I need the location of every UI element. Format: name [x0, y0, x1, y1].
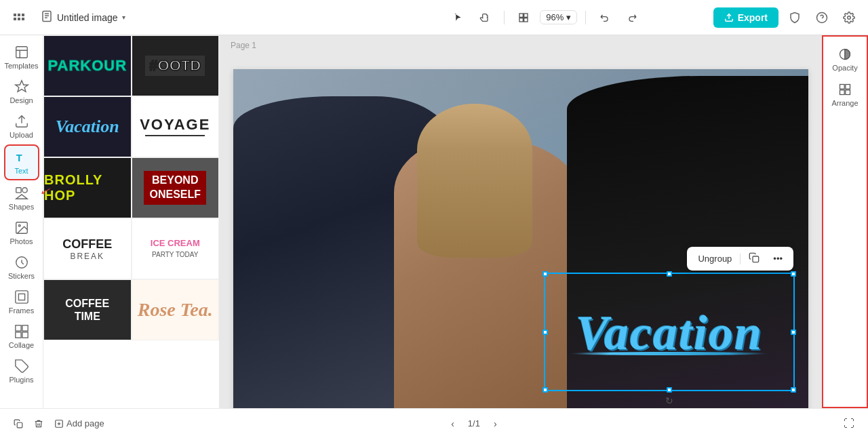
svg-rect-12: [16, 188, 20, 193]
right-panel: Opacity Arrange: [822, 35, 868, 408]
page-label: Page 1: [231, 41, 256, 50]
sidebar-icons: Templates Design Upload T Text Shapes Ph…: [0, 35, 43, 408]
prev-page-btn[interactable]: ‹: [446, 416, 460, 432]
add-page-btn[interactable]: Add page: [52, 416, 107, 431]
svg-point-8: [848, 16, 851, 19]
text-styles-grid: PARKOUR #OOTD Vacation VOYAGE BROLLY HOP…: [43, 35, 219, 340]
topbar: Untitled image ▾ 96% ▾ Export: [0, 0, 868, 35]
sidebar-item-frames[interactable]: Frames: [4, 285, 39, 319]
sidebar-item-collage[interactable]: Collage: [4, 320, 39, 353]
canvas-page[interactable]: Ungroup •••: [233, 69, 808, 408]
vacation-text-content: Vacation: [545, 308, 793, 355]
toolbar-divider: [504, 11, 505, 24]
svg-rect-27: [846, 85, 850, 89]
text-style-parkour[interactable]: PARKOUR: [43, 35, 132, 96]
bottom-left: Add page: [11, 416, 107, 431]
ungroup-button[interactable]: Ungroup: [692, 251, 737, 266]
hand-tool-btn[interactable]: [474, 7, 496, 28]
page-copy-btn[interactable]: [11, 416, 26, 431]
text-style-icecream[interactable]: ICE CREAMPARTY TODAY: [132, 218, 220, 279]
sidebar-item-shapes[interactable]: Shapes: [4, 182, 39, 215]
settings-icon-btn[interactable]: [838, 7, 860, 28]
svg-rect-18: [15, 291, 27, 303]
handle-top-mid[interactable]: [667, 271, 672, 277]
export-button[interactable]: Export: [713, 7, 778, 28]
zoom-dropdown-icon: ▾: [566, 12, 571, 22]
svg-rect-2: [524, 14, 528, 17]
sidebar-item-photos[interactable]: Photos: [4, 216, 39, 250]
vacation-text[interactable]: Vacation: [576, 308, 763, 357]
next-page-btn[interactable]: ›: [488, 416, 502, 432]
sidebar-item-plugins[interactable]: Plugins: [4, 355, 39, 388]
layout-btn[interactable]: [513, 7, 534, 28]
context-copy-btn[interactable]: [743, 250, 765, 268]
title-dropdown-icon[interactable]: ▾: [122, 14, 125, 21]
handle-top-left[interactable]: [542, 271, 548, 277]
sidebar-item-text[interactable]: T Text: [4, 144, 39, 180]
text-style-rosatea[interactable]: Rose Tea.: [132, 279, 220, 340]
shield-icon-btn[interactable]: [784, 7, 806, 28]
undo-btn[interactable]: [594, 7, 616, 28]
svg-rect-23: [22, 332, 27, 338]
svg-rect-19: [18, 294, 24, 300]
figure-child: [417, 104, 532, 258]
rotate-handle[interactable]: ↻: [664, 395, 675, 406]
canvas-header: Page 1: [220, 35, 822, 56]
text-style-brollyhop[interactable]: BROLLY HOP: [43, 157, 132, 218]
handle-bot-left[interactable]: [542, 387, 548, 393]
text-style-coffeetime[interactable]: COFFEETIME: [43, 279, 132, 340]
main-area: ← Templates Design Upload T Text Shapes …: [0, 35, 868, 408]
select-tool-btn[interactable]: [447, 7, 469, 28]
sidebar-item-upload[interactable]: Upload: [4, 110, 39, 143]
handle-bot-right[interactable]: [791, 387, 796, 393]
redo-btn[interactable]: [621, 7, 643, 28]
svg-rect-30: [17, 422, 22, 428]
bottom-right: ⛶: [841, 415, 857, 433]
page-indicator: 1/1: [468, 418, 480, 429]
context-divider: [740, 254, 741, 264]
sidebar-item-templates[interactable]: Templates: [4, 41, 39, 74]
canvas-area: Page 1 Ungrou: [220, 35, 822, 408]
text-style-voyage[interactable]: VOYAGE: [132, 96, 220, 157]
canvas-viewport[interactable]: Ungroup •••: [220, 56, 822, 408]
svg-rect-4: [524, 18, 528, 21]
sidebar-item-design[interactable]: Design: [4, 75, 39, 108]
toolbar-center: 96% ▾: [377, 7, 713, 28]
svg-rect-9: [16, 47, 27, 58]
zoom-value: 96%: [546, 12, 564, 22]
svg-text:T: T: [16, 153, 22, 163]
text-style-coffee[interactable]: COFFEE BREAK: [43, 218, 132, 279]
svg-rect-28: [840, 90, 845, 95]
handle-top-right[interactable]: [791, 271, 796, 277]
text-panel: PARKOUR #OOTD Vacation VOYAGE BROLLY HOP…: [43, 35, 220, 408]
text-style-beyond[interactable]: BEYONDONESELF: [132, 157, 220, 218]
document-title[interactable]: Untitled image: [57, 12, 118, 23]
help-icon-btn[interactable]: [811, 7, 833, 28]
toolbar-divider-2: [585, 11, 586, 24]
context-more-btn[interactable]: •••: [768, 251, 788, 266]
bottom-center: ‹ 1/1 ›: [107, 416, 841, 432]
sidebar-item-stickers[interactable]: Stickers: [4, 251, 39, 284]
svg-rect-3: [519, 18, 523, 21]
right-panel-opacity[interactable]: Opacity: [826, 42, 864, 77]
svg-marker-14: [16, 195, 27, 199]
svg-rect-29: [846, 90, 850, 95]
svg-rect-24: [753, 256, 759, 262]
vacation-underline: [570, 352, 769, 355]
selected-text-element[interactable]: Ungroup •••: [544, 273, 795, 391]
bottom-bar: Add page ‹ 1/1 › ⛶: [0, 408, 868, 438]
expand-btn[interactable]: ⛶: [841, 415, 857, 433]
context-menu: Ungroup •••: [687, 247, 793, 271]
text-style-ootd[interactable]: #OOTD: [132, 35, 220, 96]
svg-rect-1: [519, 14, 523, 17]
handle-bot-mid[interactable]: [667, 387, 672, 393]
text-style-vacation[interactable]: Vacation: [43, 96, 132, 157]
svg-point-13: [22, 188, 26, 193]
right-panel-arrange[interactable]: Arrange: [826, 77, 864, 113]
svg-rect-20: [15, 325, 20, 331]
svg-rect-21: [22, 325, 27, 331]
page-delete-btn[interactable]: [31, 416, 46, 431]
zoom-control[interactable]: 96% ▾: [540, 10, 577, 24]
app-logo[interactable]: [8, 7, 30, 28]
svg-rect-22: [15, 332, 20, 338]
